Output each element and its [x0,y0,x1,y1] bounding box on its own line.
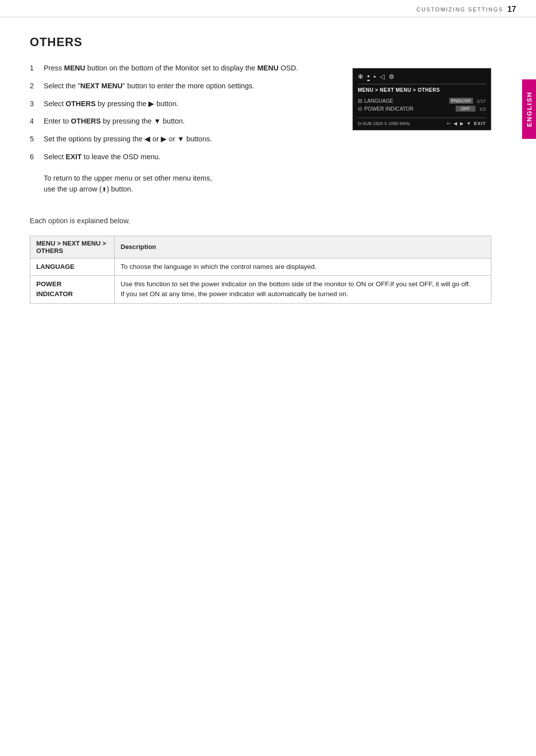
table-col2-header: Description [115,236,491,258]
step-1: Press MENU button on the bottom of the M… [30,63,333,74]
osd-power-value: OFF [456,106,475,112]
instructions: Press MENU button on the bottom of the M… [30,63,333,202]
osd-nav-left: ◀ [454,121,457,126]
osd-sun-icon: ✻ [358,73,363,80]
table-language-desc: To choose the language in which the cont… [115,258,491,275]
table-power-desc: Use this function to set the power indic… [115,276,491,304]
osd-power-row: ⊙ POWER INDICATOR OFF 1/2 [358,105,486,113]
top-bar: CUSTOMIZING SETTINGS 17 [0,0,536,17]
step-4: Enter to OTHERS by pressing the ▼ button… [30,116,333,127]
language-tab-label: ENGLISH [526,91,533,127]
osd-settings-icon: ⚙ [389,73,395,80]
step-6: Select EXIT to leave the OSD menu. To re… [30,152,333,195]
osd-power-text: POWER INDICATOR [364,106,413,112]
content-columns: Press MENU button on the bottom of the M… [30,63,491,202]
osd-language-label: ⊟ LANGUAGE [358,98,393,104]
step-1-text: Press MENU button on the bottom of the M… [44,63,298,74]
up-arrow-icon: ⬆ [102,185,107,194]
osd-language-row: ⊟ LANGUAGE ENGLISH 1/17 [358,97,486,105]
osd-nav-back: ↩ [447,121,451,126]
osd-nav-buttons: ↩ ◀ ▶ ▼ EXIT [447,121,486,126]
table-row-language: LANGUAGE To choose the language in which… [30,258,491,275]
step-6-text: Select EXIT to leave the OSD menu. To re… [44,152,212,195]
step-3-text: Select OTHERS by pressing the ▶ button. [44,99,179,110]
table-col1-header: MENU > NEXT MENU > OTHERS [30,236,115,258]
osd-panel: ✻ ▪ ▪ ◁ ⚙ MENU > NEXT MENU > OTHERS ⊟ LA… [352,68,491,202]
osd-screen-icon: ▪ [367,72,370,81]
osd-nav-right: ▶ [460,121,464,126]
osd-contrast-icon: ▪ [374,73,376,80]
main-content: OTHERS Press MENU button on the bottom o… [0,17,536,323]
osd-language-fraction: 1/17 [477,98,486,104]
osd-power-icon: ⊙ [358,106,362,112]
osd-bottom: D-SUB 1920 X 1080 60Hz ↩ ◀ ▶ ▼ EXIT [358,118,486,126]
step-5: Set the options by pressing the ◀ or ▶ o… [30,134,333,145]
step-3: Select OTHERS by pressing the ▶ button. [30,99,333,110]
osd-power-label: ⊙ POWER INDICATOR [358,106,413,112]
osd-nav-down: ▼ [467,121,471,126]
page-number: 17 [507,5,516,14]
step-5-text: Set the options by pressing the ◀ or ▶ o… [44,134,212,145]
step-6-sub: To return to the upper menu or set other… [44,174,212,193]
each-option-text: Each option is explained below. [30,217,491,225]
table-language-menu: LANGUAGE [30,258,115,275]
language-tab: ENGLISH [522,79,536,139]
osd-icons-row: ✻ ▪ ▪ ◁ ⚙ [358,72,486,84]
steps-list: Press MENU button on the bottom of the M… [30,63,333,195]
section-label: CUSTOMIZING SETTINGS [416,6,503,12]
osd-signal: D-SUB 1920 X 1080 60Hz [358,121,410,126]
osd-language-icon: ⊟ [358,98,362,104]
osd-power-fraction: 1/2 [479,106,486,112]
step-4-text: Enter to OTHERS by pressing the ▼ button… [44,116,185,127]
osd-speaker-icon: ◁ [380,73,385,80]
table-power-menu: POWERINDICATOR [30,276,115,304]
options-table: MENU > NEXT MENU > OTHERS Description LA… [30,236,491,304]
table-row-power: POWERINDICATOR Use this function to set … [30,276,491,304]
step-2-text: Select the "NEXT MENU" button to enter t… [44,81,255,92]
osd-box: ✻ ▪ ▪ ◁ ⚙ MENU > NEXT MENU > OTHERS ⊟ LA… [352,68,491,130]
osd-exit-label: EXIT [474,121,486,126]
step-2: Select the "NEXT MENU" button to enter t… [30,81,333,92]
osd-language-value: ENGLISH [449,98,473,104]
osd-language-text: LANGUAGE [364,98,393,104]
osd-breadcrumb: MENU > NEXT MENU > OTHERS [358,87,486,93]
page-title: OTHERS [30,35,491,49]
